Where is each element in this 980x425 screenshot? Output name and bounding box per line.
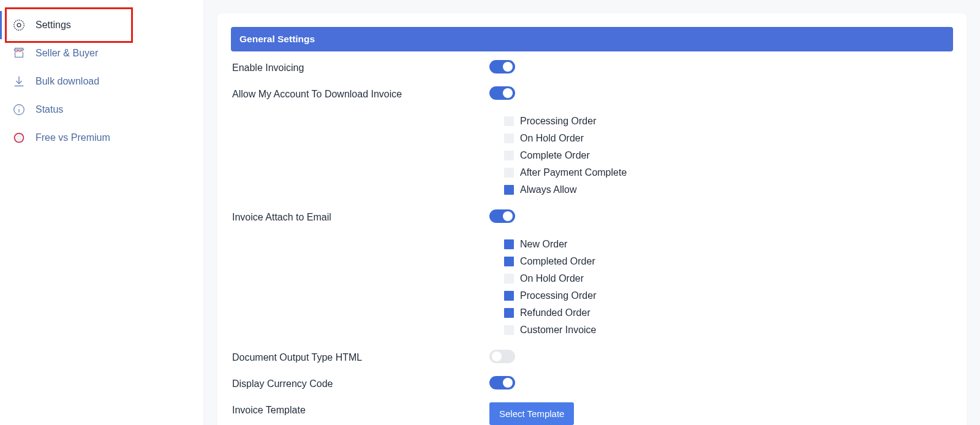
toggle-attach-email[interactable] — [489, 209, 515, 223]
sidebar-item-bulk-download[interactable]: Bulk download — [0, 67, 203, 96]
sidebar-item-settings[interactable]: Settings — [0, 11, 203, 39]
checkbox-icon — [504, 116, 514, 126]
svg-point-5 — [15, 134, 24, 143]
sidebar-item-free-vs-premium[interactable]: Free vs Premium — [0, 124, 203, 152]
sidebar-item-status[interactable]: Status — [0, 96, 203, 124]
sidebar-item-label: Bulk download — [36, 76, 99, 87]
row-enable-invoicing: Enable Invoicing — [231, 51, 953, 78]
info-icon — [12, 103, 26, 116]
option-label: On Hold Order — [520, 131, 584, 146]
label-attach-email: Invoice Attach to Email — [232, 209, 477, 223]
checkbox-icon — [504, 325, 514, 335]
checkbox-icon — [504, 134, 514, 143]
option-label: Completed Order — [520, 254, 595, 269]
ring-icon — [12, 131, 26, 145]
option-after-payment[interactable]: After Payment Complete — [504, 164, 952, 181]
section-header: General Settings — [231, 27, 953, 51]
row-attach-email: Invoice Attach to Email New Order Comple… — [231, 201, 953, 341]
settings-card: General Settings Enable Invoicing Allow … — [217, 13, 967, 425]
option-label: On Hold Order — [520, 271, 584, 286]
sidebar: Settings Seller & Buyer Bulk download — [0, 0, 204, 425]
sidebar-item-label: Settings — [36, 20, 71, 31]
sidebar-item-label: Status — [36, 104, 63, 115]
label-invoice-template: Invoice Template — [232, 402, 477, 416]
checkbox-icon — [504, 151, 514, 160]
svg-point-0 — [14, 20, 24, 31]
label-output-html: Document Output Type HTML — [232, 350, 477, 363]
toggle-currency-code[interactable] — [489, 376, 515, 389]
row-currency-code: Display Currency Code — [231, 367, 953, 394]
label-allow-download: Allow My Account To Download Invoice — [232, 86, 477, 100]
option-label: New Order — [520, 237, 567, 252]
option-complete-order[interactable]: Complete Order — [504, 147, 952, 164]
label-currency-code: Display Currency Code — [232, 376, 477, 389]
download-icon — [12, 75, 26, 88]
store-icon — [12, 47, 26, 60]
allow-download-options: Processing Order On Hold Order Complete … — [504, 113, 952, 198]
option-processing-order[interactable]: Processing Order — [504, 113, 952, 130]
select-template-button[interactable]: Select Template — [489, 402, 574, 425]
svg-point-6 — [17, 136, 21, 140]
option-on-hold-order[interactable]: On Hold Order — [504, 270, 952, 287]
attach-email-options: New Order Completed Order On Hold Order … — [504, 236, 952, 339]
option-customer-invoice[interactable]: Customer Invoice — [504, 322, 952, 339]
option-label: Customer Invoice — [520, 323, 597, 337]
toggle-enable-invoicing[interactable] — [489, 60, 515, 73]
option-on-hold-order[interactable]: On Hold Order — [504, 130, 952, 147]
checkbox-icon — [504, 257, 514, 266]
checkbox-icon — [504, 274, 514, 284]
svg-point-1 — [17, 23, 21, 27]
option-label: Complete Order — [520, 148, 590, 163]
label-enable-invoicing: Enable Invoicing — [232, 60, 477, 73]
option-completed-order[interactable]: Completed Order — [504, 253, 952, 270]
option-label: Always Allow — [520, 182, 576, 197]
row-output-html: Document Output Type HTML — [231, 341, 953, 367]
option-always-allow[interactable]: Always Allow — [504, 181, 952, 198]
option-label: Processing Order — [520, 288, 597, 303]
sidebar-item-label: Free vs Premium — [36, 132, 110, 143]
toggle-allow-download[interactable] — [489, 86, 515, 100]
checkbox-icon — [504, 308, 514, 318]
checkbox-icon — [504, 239, 514, 249]
option-refunded-order[interactable]: Refunded Order — [504, 304, 952, 322]
main-content: General Settings Enable Invoicing Allow … — [204, 0, 980, 425]
checkbox-icon — [504, 168, 514, 178]
row-allow-download: Allow My Account To Download Invoice Pro… — [231, 78, 953, 201]
sidebar-item-label: Seller & Buyer — [36, 48, 98, 59]
checkbox-icon — [504, 291, 514, 301]
option-label: Processing Order — [520, 114, 597, 129]
option-label: Refunded Order — [520, 306, 590, 320]
option-new-order[interactable]: New Order — [504, 236, 952, 253]
sidebar-item-seller-buyer[interactable]: Seller & Buyer — [0, 39, 203, 67]
option-label: After Payment Complete — [520, 165, 627, 180]
checkbox-icon — [504, 185, 514, 195]
row-invoice-template: Invoice Template Select Template — [231, 394, 953, 425]
toggle-output-html[interactable] — [489, 350, 515, 363]
gear-icon — [12, 18, 26, 32]
option-processing-order[interactable]: Processing Order — [504, 287, 952, 304]
